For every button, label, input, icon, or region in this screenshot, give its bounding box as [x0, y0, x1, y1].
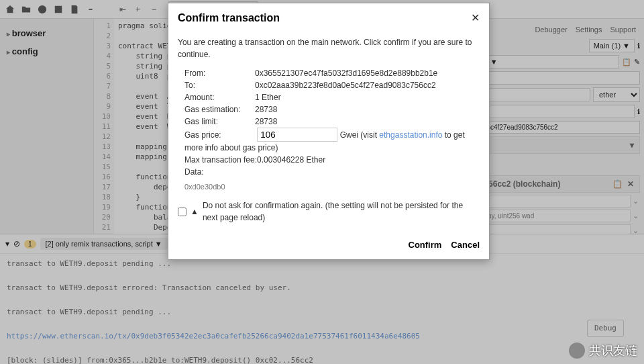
tx-data: 0xd0e30db0 — [184, 178, 480, 197]
tx-gasest: 28738 — [255, 105, 277, 114]
ethgasstation-link[interactable]: ethgasstation.info — [379, 130, 442, 140]
close-icon[interactable]: ✕ — [471, 11, 480, 24]
tx-maxfee: 0.003046228 Ether — [257, 155, 325, 165]
warning-icon: ▲ — [191, 206, 199, 218]
tx-gaslim: 28738 — [255, 117, 277, 126]
tx-from: 0x365521307ec47fa5032f3d1695e8d2e889bb2b… — [255, 69, 437, 78]
tx-to: 0xc02aaa39b223fe8d0a0e5c4f27ead9083c756c… — [255, 81, 436, 90]
confirm-transaction-modal: Confirm transaction ✕ You are creating a… — [168, 3, 490, 260]
skip-confirm-checkbox[interactable] — [178, 208, 186, 216]
gas-price-input[interactable] — [257, 128, 337, 142]
modal-title: Confirm transaction — [178, 12, 280, 24]
confirm-button[interactable]: Confirm — [409, 240, 442, 250]
modal-intro: You are creating a transaction on the ma… — [178, 36, 480, 60]
tx-amount: 1 Ether — [255, 93, 281, 102]
skip-confirm-label: Do not ask for confirmation again. (the … — [203, 199, 480, 224]
cancel-button[interactable]: Cancel — [451, 240, 480, 250]
